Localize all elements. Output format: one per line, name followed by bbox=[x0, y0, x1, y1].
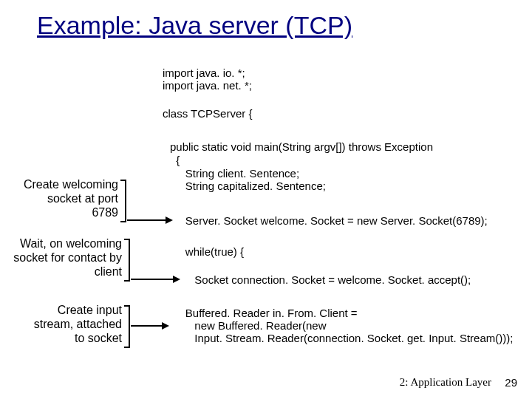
slide: Example: Java server (TCP) import java. … bbox=[0, 0, 532, 399]
bracket-icon bbox=[124, 239, 130, 282]
code-while: while(true) { bbox=[170, 245, 244, 258]
bracket-icon bbox=[120, 180, 126, 222]
code-decls: String client. Sentence; String capitali… bbox=[170, 167, 326, 192]
arrow-icon bbox=[131, 279, 179, 280]
code-buffered-reader: Buffered. Reader in. From. Client = new … bbox=[170, 307, 513, 344]
arrow-icon bbox=[127, 219, 171, 221]
code-welcome-socket: Server. Socket welcome. Socket = new Ser… bbox=[170, 214, 488, 227]
arrow-icon bbox=[131, 325, 168, 327]
annotation-create-socket: Create welcoming socket at port 6789 bbox=[22, 177, 118, 220]
code-class-decl: class TCPServer { bbox=[163, 107, 252, 120]
bracket-icon bbox=[124, 305, 130, 348]
code-accept: Socket connection. Socket = welcome. Soc… bbox=[170, 273, 471, 286]
code-imports: import java. io. *; import java. net. *; bbox=[163, 66, 252, 92]
page-number: 29 bbox=[505, 376, 517, 389]
slide-title: Example: Java server (TCP) bbox=[37, 11, 352, 40]
annotation-wait-contact: Wait, on welcoming socket for contact by… bbox=[7, 236, 122, 279]
annotation-create-input: Create input stream, attached to socket bbox=[30, 303, 122, 346]
footer-chapter-label: 2: Application Layer bbox=[400, 376, 491, 389]
code-main-sig: public static void main(String argv[]) t… bbox=[170, 140, 433, 153]
code-brace: { bbox=[170, 154, 180, 166]
